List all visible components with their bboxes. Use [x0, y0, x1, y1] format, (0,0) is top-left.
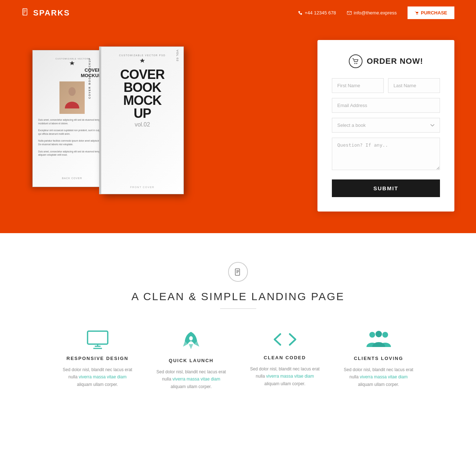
svg-point-11	[354, 63, 355, 64]
feature-responsive-desc: Sed dolor nisl, blandit nec lacus erat n…	[62, 366, 134, 388]
svg-point-7	[417, 14, 418, 15]
book-select[interactable]: Select a book Book 1 Book 2 Book 3	[332, 118, 440, 133]
book-back-body-text: Duis amet, consectetur adipiscing elit s…	[38, 118, 106, 157]
brand-name: SPARKS	[33, 8, 70, 18]
feature-clients-title: CLIENTS LOVING	[343, 356, 415, 361]
brand-logo: SPARKS	[22, 8, 70, 18]
feature-quick-launch-link[interactable]: viverra massa vitae diam	[172, 377, 220, 382]
feature-quick-launch-title: QUICK LAUNCH	[155, 358, 227, 363]
svg-point-22	[369, 332, 375, 338]
submit-button[interactable]: SUBMIT	[332, 179, 440, 197]
svg-rect-0	[23, 9, 27, 15]
book-front-bottom-label: FRONT COVER	[130, 181, 154, 188]
textarea-row	[332, 138, 440, 172]
book-front-title: COVERBOOKMOCKUP	[120, 68, 164, 120]
svg-point-12	[356, 63, 357, 64]
email-input[interactable]	[332, 98, 440, 113]
cart-icon	[349, 54, 362, 68]
feature-clean-coded: CLEAN CODED Sed dolor nisl, blandit nec …	[249, 330, 321, 390]
feature-clients: CLIENTS LOVING Sed dolor nisl, blandit n…	[343, 330, 415, 390]
book-spine-text: COVER BOOK MOCKUP	[88, 57, 91, 99]
section-icon-circle	[228, 262, 248, 282]
order-form-card: ORDER NOW! Select a book Book 1 Book 2 B…	[317, 40, 454, 212]
features-section: A CLEAN & SIMPLE LANDING PAGE RESPONSIVE…	[0, 233, 476, 412]
feature-quick-launch: QUICK LAUNCH Sed dolor nisl, blandit nec…	[155, 330, 227, 390]
first-name-input[interactable]	[332, 78, 384, 93]
book-vol-spine: VOL 02	[176, 50, 179, 62]
book-front-star	[140, 58, 145, 64]
feature-clients-link[interactable]: viverra massa vitae diam	[360, 374, 408, 379]
svg-rect-1	[23, 9, 24, 15]
hero-content: CUSTOMIZABLE VECTOR COVER BMOCKUP V Duis…	[0, 26, 476, 233]
select-row: Select a book Book 1 Book 2 Book 3	[332, 118, 440, 133]
feature-responsive-title: RESPONSIVE DESIGN	[62, 356, 134, 361]
book-front: CUSTOMIZABLE VECTOR PSD VOL 02 COVERBOOK…	[101, 46, 184, 194]
svg-rect-17	[88, 331, 108, 344]
svg-rect-13	[235, 269, 240, 275]
form-title-text: ORDER NOW!	[367, 57, 423, 66]
question-textarea[interactable]	[332, 138, 440, 170]
feature-responsive-link[interactable]: viverra massa vitae diam	[79, 374, 126, 379]
book-mockup: CUSTOMIZABLE VECTOR COVER BMOCKUP V Duis…	[22, 46, 202, 205]
features-grid: RESPONSIVE DESIGN Sed dolor nisl, blandi…	[22, 330, 454, 390]
svg-point-24	[375, 331, 382, 337]
nav-right: +44 12345 678 info@theme.express PURCHAS…	[298, 6, 454, 19]
feature-clients-desc: Sed dolor nisl, blandit nec lacus erat n…	[343, 366, 415, 388]
svg-marker-8	[70, 61, 75, 65]
nav-email: info@theme.express	[347, 10, 397, 15]
nav-phone: +44 12345 678	[298, 10, 336, 15]
section-divider	[220, 308, 256, 309]
form-title: ORDER NOW!	[332, 54, 440, 68]
book-back-image	[59, 81, 85, 114]
feature-responsive: RESPONSIVE DESIGN Sed dolor nisl, blandi…	[62, 330, 134, 390]
brand-icon	[22, 8, 30, 18]
svg-marker-10	[140, 58, 145, 63]
book-back-label: CUSTOMIZABLE VECTOR	[38, 58, 106, 60]
navbar: SPARKS +44 12345 678 info@theme.express …	[0, 0, 476, 26]
book-back-bottom-label: BACK COVER	[38, 174, 106, 179]
svg-point-9	[68, 87, 76, 96]
book-back-star	[38, 61, 106, 66]
section-title: A CLEAN & SIMPLE LANDING PAGE	[22, 290, 454, 303]
svg-point-21	[189, 336, 193, 341]
feature-clean-coded-link[interactable]: viverra massa vitae diam	[266, 374, 314, 379]
feature-clean-coded-title: CLEAN CODED	[249, 355, 321, 360]
feature-quick-launch-desc: Sed dolor nisl, blandit nec lacus erat n…	[155, 368, 227, 390]
name-row	[332, 78, 440, 93]
last-name-input[interactable]	[388, 78, 440, 93]
book-back-title-block: COVER BMOCKUP V	[38, 68, 106, 79]
purchase-button[interactable]: PURCHASE	[408, 6, 454, 19]
hero-section: SPARKS +44 12345 678 info@theme.express …	[0, 0, 476, 233]
book-vol-label: vol.02	[135, 121, 150, 128]
email-row	[332, 98, 440, 113]
svg-point-6	[416, 14, 417, 15]
svg-point-23	[382, 332, 388, 338]
feature-clean-coded-desc: Sed dolor nisl, blandit nec lacus erat n…	[249, 365, 321, 387]
book-front-top-label: CUSTOMIZABLE VECTOR PSD	[119, 54, 166, 57]
